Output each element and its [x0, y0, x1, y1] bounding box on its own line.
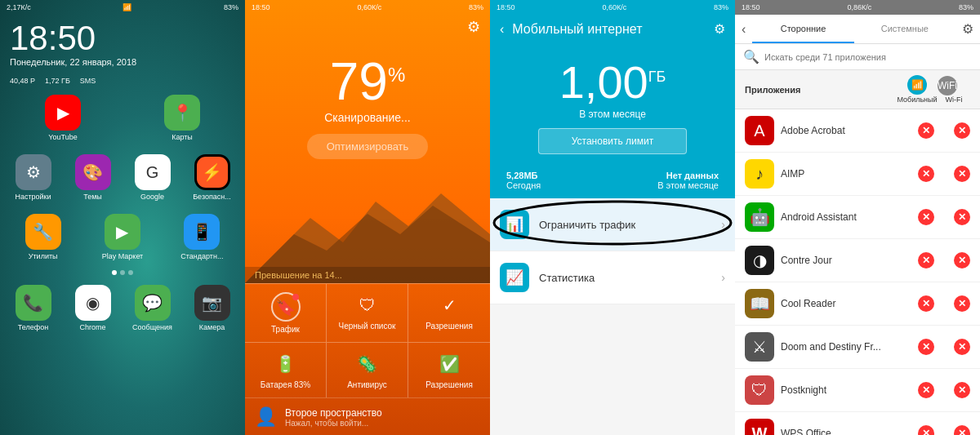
contre-remove-mobile[interactable]: ✕	[918, 252, 934, 269]
statistics-label: Статистика	[539, 272, 711, 284]
inet-battery: 83%	[714, 3, 728, 11]
aimp-remove-wifi[interactable]: ✕	[954, 166, 970, 182]
grid-permissions[interactable]: ✓ Разрешения	[408, 284, 490, 342]
col-apps-header: Приложения	[745, 85, 897, 95]
grid-battery[interactable]: 🔋 Батарея 83%	[245, 343, 327, 397]
doom-remove-mobile[interactable]: ✕	[918, 339, 934, 355]
second-space-label: Второе пространство	[285, 407, 382, 419]
grid-antivirus[interactable]: 🦠 Антивирус	[327, 343, 408, 397]
app-phone-label: Телефон	[18, 323, 48, 331]
postknight-remove-wifi[interactable]: ✕	[954, 382, 970, 398]
android-remove-wifi[interactable]: ✕	[954, 209, 970, 225]
grid-traffic[interactable]: 🔖 Трафик	[245, 284, 327, 342]
today-stats: 5,28МБ Сегодня	[506, 171, 541, 190]
app-standard[interactable]: 📱 Стандартн...	[177, 214, 226, 260]
postknight-name: Postknight	[781, 384, 911, 396]
back-icon[interactable]: ‹	[735, 16, 752, 43]
app-market[interactable]: ▶ Play Маркет	[98, 214, 147, 260]
battery-label: Батарея 83%	[261, 380, 310, 389]
coolreader-icon: 📖	[745, 289, 774, 318]
percent-value: 79	[330, 52, 388, 111]
percent-sign: %	[388, 64, 405, 86]
tab-third-party[interactable]: Сторонние	[752, 16, 853, 43]
optimize-button[interactable]: Оптимизировать	[307, 134, 429, 159]
grid-blacklist[interactable]: 🛡 Черный список	[327, 284, 408, 342]
bottom-grid: 🔖 Трафик 🛡 Черный список ✓ Разрешения	[245, 283, 490, 342]
page-dots	[0, 267, 245, 278]
app-messages[interactable]: 💬 Сообщения	[128, 285, 177, 331]
coolreader-remove-mobile[interactable]: ✕	[918, 295, 934, 312]
doom-name: Doom and Destiny Fr...	[781, 341, 911, 353]
app-google[interactable]: G Google	[128, 154, 177, 201]
clock-display: 18:50	[10, 21, 235, 55]
grid-perms2[interactable]: ✅ Разрешения	[408, 343, 490, 397]
app-camera[interactable]: 📷 Камера	[188, 285, 237, 331]
set-limit-button[interactable]: Установить лимит	[538, 128, 687, 154]
app-maps[interactable]: 📍 Карты	[158, 95, 207, 141]
battery-icon: 🔋	[273, 351, 299, 377]
app-chrome[interactable]: ◉ Chrome	[69, 285, 118, 331]
doom-remove-wifi[interactable]: ✕	[954, 339, 970, 355]
today-label: Сегодня	[506, 180, 541, 190]
second-space-item[interactable]: 👤 Второе пространство Нажал, чтобы войти…	[245, 397, 490, 435]
camera-icon: 📷	[194, 285, 230, 321]
statistics-icon: 📈	[500, 263, 529, 292]
stat-money: 40,48 Р	[10, 77, 35, 85]
app-security[interactable]: ⚡ Безопасн...	[188, 154, 237, 201]
utils-icon: 🔧	[25, 214, 61, 250]
app-settings-label: Настройки	[15, 193, 51, 201]
coolreader-remove-wifi[interactable]: ✕	[954, 295, 970, 312]
search-icon: 🔍	[743, 49, 760, 64]
app-themes[interactable]: 🎨 Темы	[69, 154, 118, 201]
scanning-text: Сканирование...	[245, 111, 490, 124]
coolreader-name: Cool Reader	[781, 298, 911, 309]
inet-menu: 📊 Ограничить трафик › 📈 Статистика ›	[490, 198, 735, 304]
postknight-remove-mobile[interactable]: ✕	[918, 382, 934, 398]
wps-name: WPS Office	[781, 428, 911, 435]
postknight-icon: 🛡	[745, 375, 774, 405]
mountain-visual: Превышение на 14...	[245, 169, 490, 283]
acrobat-remove-wifi[interactable]: ✕	[954, 122, 970, 139]
contre-remove-wifi[interactable]: ✕	[954, 252, 970, 269]
av-header: ⚙	[245, 15, 490, 39]
aimp-remove-mobile[interactable]: ✕	[918, 166, 934, 182]
back-button[interactable]: ‹	[500, 22, 504, 37]
android-remove-mobile[interactable]: ✕	[918, 209, 934, 225]
acrobat-remove-mobile[interactable]: ✕	[918, 122, 934, 139]
month-label: В этом месяце	[657, 180, 719, 190]
menu-restrict-traffic[interactable]: 📊 Ограничить трафик ›	[490, 198, 735, 251]
wps-icon: W	[745, 419, 774, 435]
app-row-contre: ◑ Contre Jour ✕ ✕	[735, 239, 980, 282]
inet-time: 18:50	[497, 3, 515, 11]
search-bar: 🔍	[735, 44, 980, 70]
app-utils[interactable]: 🔧 Утилиты	[19, 214, 68, 260]
wps-remove-mobile[interactable]: ✕	[918, 425, 934, 435]
maps-icon: 📍	[164, 95, 200, 131]
restrict-label: Ограничить трафик	[539, 219, 711, 231]
app-row-2: ⚙ Настройки 🎨 Темы G Google ⚡ Безопасн..…	[0, 148, 245, 207]
internet-screen: 18:50 0,60К/с 83% ‹ Мобильный интернет ⚙…	[490, 0, 735, 435]
traffic-dot	[292, 294, 299, 300]
wifi-icon: WiFi	[938, 76, 957, 95]
data-amount: 1,00	[559, 56, 648, 108]
app-standard-label: Стандартн...	[180, 252, 223, 260]
search-input[interactable]	[764, 52, 972, 62]
app-row-android: 🤖 Android Assistant ✕ ✕	[735, 196, 980, 239]
app-settings[interactable]: ⚙ Настройки	[9, 154, 58, 201]
chrome-icon: ◉	[75, 285, 111, 321]
av-speed: 0,60К/с	[357, 3, 381, 11]
gear-icon[interactable]: ⚙	[467, 18, 480, 36]
inet-gear-icon[interactable]: ⚙	[714, 21, 725, 37]
perms2-icon: ✅	[436, 351, 462, 377]
mobile-icon: 📶	[907, 75, 927, 95]
tab-system[interactable]: Системные	[854, 16, 956, 43]
youtube-icon: ▶	[45, 95, 81, 131]
app-utils-label: Утилиты	[29, 252, 58, 260]
app-row-coolreader: 📖 Cool Reader ✕ ✕	[735, 282, 980, 326]
wps-remove-wifi[interactable]: ✕	[954, 425, 970, 435]
messages-icon: 💬	[135, 285, 171, 321]
app-phone[interactable]: 📞 Телефон	[9, 285, 58, 331]
app-youtube[interactable]: ▶ YouTube	[38, 95, 87, 141]
menu-statistics[interactable]: 📈 Статистика ›	[490, 251, 735, 304]
settings-gear-icon[interactable]: ⚙	[956, 15, 980, 43]
